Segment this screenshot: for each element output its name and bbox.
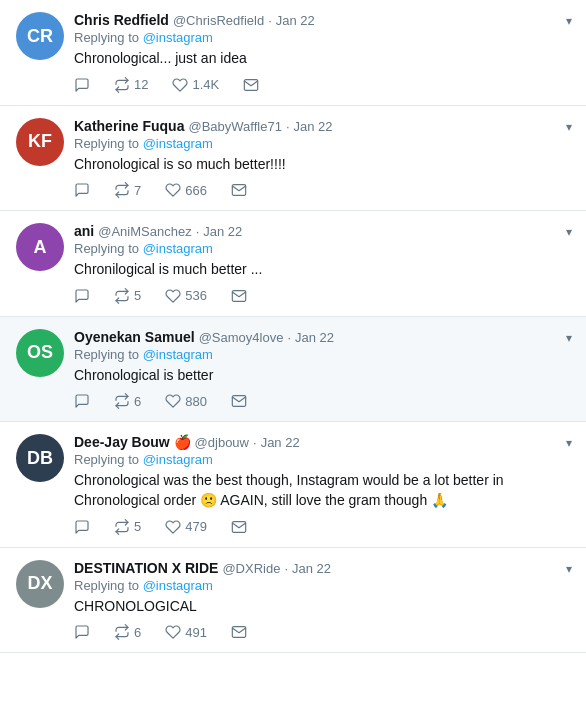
chevron-down-icon[interactable]: ▾ xyxy=(566,120,572,134)
reply-to-link[interactable]: @instagram xyxy=(143,136,213,151)
dm-action[interactable] xyxy=(231,393,247,409)
reply-to-link[interactable]: @instagram xyxy=(143,30,213,45)
reply-icon xyxy=(74,288,90,304)
display-name: Dee-Jay Bouw 🍎 xyxy=(74,434,191,450)
retweet-icon xyxy=(114,182,130,198)
reply-icon xyxy=(74,182,90,198)
reply-icon xyxy=(74,624,90,640)
dot-separator: · xyxy=(268,13,272,28)
dm-action[interactable] xyxy=(231,624,247,640)
avatar: A xyxy=(16,223,64,271)
like-count: 880 xyxy=(185,394,207,409)
tweet-body: Katherine Fuqua @BabyWaffle71 · Jan 22 R… xyxy=(74,118,570,199)
reply-action[interactable] xyxy=(74,182,90,198)
display-name: ani xyxy=(74,223,94,239)
like-icon xyxy=(165,624,181,640)
retweet-action[interactable]: 6 xyxy=(114,393,141,409)
like-action[interactable]: 491 xyxy=(165,624,207,640)
username: @BabyWaffle71 xyxy=(188,119,281,134)
timestamp: Jan 22 xyxy=(292,561,331,576)
reply-to: Replying to @instagram xyxy=(74,241,570,256)
reply-to: Replying to @instagram xyxy=(74,136,570,151)
like-count: 491 xyxy=(185,625,207,640)
dm-icon xyxy=(231,393,247,409)
chevron-down-icon[interactable]: ▾ xyxy=(566,14,572,28)
tweet-actions: 7 666 xyxy=(74,182,570,198)
like-action[interactable]: 536 xyxy=(165,288,207,304)
retweet-action[interactable]: 5 xyxy=(114,519,141,535)
dm-action[interactable] xyxy=(231,519,247,535)
reply-action[interactable] xyxy=(74,288,90,304)
like-action[interactable]: 1.4K xyxy=(172,77,219,93)
dm-action[interactable] xyxy=(231,182,247,198)
dm-action[interactable] xyxy=(231,288,247,304)
chevron-down-icon[interactable]: ▾ xyxy=(566,331,572,345)
tweet-item: OS Oyenekan Samuel @Samoy4love · Jan 22 … xyxy=(0,317,586,423)
tweet-actions: 6 880 xyxy=(74,393,570,409)
reply-icon xyxy=(74,77,90,93)
display-name: Katherine Fuqua xyxy=(74,118,184,134)
timestamp: Jan 22 xyxy=(276,13,315,28)
avatar-initials: DX xyxy=(27,573,52,594)
tweet-header: Dee-Jay Bouw 🍎 @djbouw · Jan 22 xyxy=(74,434,570,450)
retweet-action[interactable]: 5 xyxy=(114,288,141,304)
reply-to-link[interactable]: @instagram xyxy=(143,452,213,467)
reply-action[interactable] xyxy=(74,519,90,535)
reply-to-link[interactable]: @instagram xyxy=(143,347,213,362)
tweet-body: Oyenekan Samuel @Samoy4love · Jan 22 Rep… xyxy=(74,329,570,410)
display-name: DESTINATION X RIDE xyxy=(74,560,218,576)
tweet-body: Chris Redfield @ChrisRedfield · Jan 22 R… xyxy=(74,12,570,93)
reply-action[interactable] xyxy=(74,393,90,409)
retweet-icon xyxy=(114,393,130,409)
like-count: 666 xyxy=(185,183,207,198)
avatar: CR xyxy=(16,12,64,60)
like-count: 1.4K xyxy=(192,77,219,92)
avatar: KF xyxy=(16,118,64,166)
avatar: OS xyxy=(16,329,64,377)
dm-icon xyxy=(231,182,247,198)
like-icon xyxy=(165,519,181,535)
reply-to: Replying to @instagram xyxy=(74,30,570,45)
like-action[interactable]: 880 xyxy=(165,393,207,409)
tweet-actions: 5 536 xyxy=(74,288,570,304)
tweet-text: Chronilogical is much better ... xyxy=(74,260,570,280)
like-count: 536 xyxy=(185,288,207,303)
reply-action[interactable] xyxy=(74,77,90,93)
tweet-item: A ani @AniMSanchez · Jan 22 Replying to … xyxy=(0,211,586,317)
chevron-down-icon[interactable]: ▾ xyxy=(566,562,572,576)
like-action[interactable]: 479 xyxy=(165,519,207,535)
dm-icon xyxy=(243,77,259,93)
tweet-item: CR Chris Redfield @ChrisRedfield · Jan 2… xyxy=(0,0,586,106)
dot-separator: · xyxy=(253,435,257,450)
reply-to-link[interactable]: @instagram xyxy=(143,241,213,256)
chevron-down-icon[interactable]: ▾ xyxy=(566,436,572,450)
chevron-down-icon[interactable]: ▾ xyxy=(566,225,572,239)
timestamp: Jan 22 xyxy=(261,435,300,450)
retweet-count: 12 xyxy=(134,77,148,92)
tweet-body: ani @AniMSanchez · Jan 22 Replying to @i… xyxy=(74,223,570,304)
reply-icon xyxy=(74,519,90,535)
dot-separator: · xyxy=(196,224,200,239)
username: @DXRide xyxy=(222,561,280,576)
retweet-count: 5 xyxy=(134,519,141,534)
reply-to: Replying to @instagram xyxy=(74,578,570,593)
dot-separator: · xyxy=(284,561,288,576)
avatar-initials: OS xyxy=(27,342,53,363)
tweet-header: Oyenekan Samuel @Samoy4love · Jan 22 xyxy=(74,329,570,345)
tweet-text: CHRONOLOGICAL xyxy=(74,597,570,617)
tweet-actions: 5 479 xyxy=(74,519,570,535)
reply-action[interactable] xyxy=(74,624,90,640)
dm-action[interactable] xyxy=(243,77,259,93)
dot-separator: · xyxy=(287,330,291,345)
username: @Samoy4love xyxy=(199,330,284,345)
tweet-text: Chronological is better xyxy=(74,366,570,386)
avatar: DB xyxy=(16,434,64,482)
retweet-count: 6 xyxy=(134,394,141,409)
retweet-action[interactable]: 6 xyxy=(114,624,141,640)
reply-to-link[interactable]: @instagram xyxy=(143,578,213,593)
like-action[interactable]: 666 xyxy=(165,182,207,198)
retweet-action[interactable]: 7 xyxy=(114,182,141,198)
tweet-body: Dee-Jay Bouw 🍎 @djbouw · Jan 22 Replying… xyxy=(74,434,570,534)
retweet-action[interactable]: 12 xyxy=(114,77,148,93)
username: @ChrisRedfield xyxy=(173,13,264,28)
